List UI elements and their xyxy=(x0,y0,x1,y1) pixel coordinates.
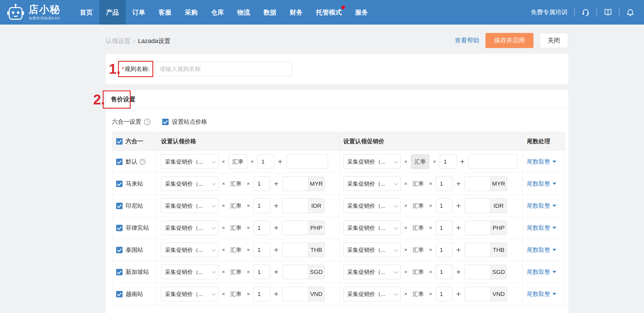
site-checkbox[interactable] xyxy=(116,247,123,253)
site-checkbox[interactable] xyxy=(116,225,123,231)
price-source-select[interactable]: 采集促销价（... xyxy=(343,154,401,169)
price-source-select-value: 采集促销价（... xyxy=(165,290,203,298)
addend-input[interactable] xyxy=(283,265,308,279)
nav-item-10[interactable]: 服务 xyxy=(348,0,375,25)
manual-book-icon[interactable] xyxy=(604,8,612,16)
price-source-select[interactable]: 采集促销价（... xyxy=(343,287,401,301)
factor-input[interactable] xyxy=(436,176,453,191)
nav-item-9[interactable]: 托管模式 xyxy=(309,0,348,25)
factor-input[interactable] xyxy=(253,243,270,257)
price-source-select[interactable]: 采集促销价（... xyxy=(343,221,401,235)
tail-rounding-dropdown[interactable]: 尾数取整 xyxy=(527,268,556,276)
site-checkbox[interactable] xyxy=(116,269,123,275)
addend-input[interactable] xyxy=(283,177,308,191)
site-price-checkbox-wrap[interactable]: 设置站点价格 xyxy=(162,118,207,126)
exchange-rate-button[interactable]: 汇率 xyxy=(229,154,247,169)
price-source-select-value: 采集促销价（... xyxy=(347,224,386,232)
addend-input[interactable] xyxy=(465,287,490,301)
addend-input[interactable] xyxy=(465,221,490,235)
tail-rounding-dropdown[interactable]: 尾数取整 xyxy=(527,202,556,210)
claim-promo-cell: 采集促销价（...×汇率×+ xyxy=(339,151,523,173)
claim-promo-cell: 采集促销价（...×汇率×+PHP xyxy=(339,217,523,239)
nav-item-1[interactable]: 产品 xyxy=(99,0,126,25)
notification-dot-badge xyxy=(341,6,345,9)
addend-input[interactable] xyxy=(465,199,490,213)
factor-input[interactable] xyxy=(253,287,270,301)
price-source-select[interactable]: 采集促销价（... xyxy=(343,243,401,257)
tail-rounding-dropdown[interactable]: 尾数取整 xyxy=(527,246,556,254)
bell-icon[interactable] xyxy=(626,8,635,16)
site-price-checkbox[interactable] xyxy=(162,119,169,125)
addend-input[interactable] xyxy=(283,221,308,235)
addend-input[interactable] xyxy=(465,177,490,191)
nav-item-5[interactable]: 仓库 xyxy=(204,0,231,25)
factor-input[interactable] xyxy=(253,221,270,235)
factor-input[interactable] xyxy=(436,199,453,213)
view-help-link[interactable]: 查看帮助 xyxy=(455,36,479,45)
rule-name-label: 规则名称: xyxy=(125,65,150,73)
save-and-enable-button[interactable]: 保存并启用 xyxy=(485,33,533,48)
price-source-select[interactable]: 采集促销价（... xyxy=(161,287,218,301)
nav-item-7[interactable]: 数据 xyxy=(257,0,283,25)
select-all-checkbox[interactable] xyxy=(116,138,123,145)
caret-down-icon xyxy=(552,205,556,207)
times-operator: × xyxy=(247,269,250,275)
factor-input[interactable] xyxy=(436,221,453,235)
table-row: 菲律宾站采集促销价（...×汇率×+PHP采集促销价（...×汇率×+PHP尾数… xyxy=(112,217,565,239)
factor-input[interactable] xyxy=(257,154,274,169)
price-source-select[interactable]: 采集促销价（... xyxy=(343,265,401,279)
nav-item-label: 采购 xyxy=(185,8,198,17)
addend-input[interactable] xyxy=(283,199,308,213)
help-circle-icon[interactable]: ? xyxy=(140,159,145,165)
site-checkbox[interactable] xyxy=(116,203,123,209)
exchange-rate-button[interactable]: 汇率 xyxy=(411,154,429,169)
factor-input[interactable] xyxy=(253,199,270,213)
price-source-select[interactable]: 采集促销价（... xyxy=(343,176,401,191)
factor-input[interactable] xyxy=(253,265,270,279)
addend-input[interactable] xyxy=(465,243,490,257)
factor-input[interactable] xyxy=(253,176,270,191)
nav-item-6[interactable]: 物流 xyxy=(231,0,257,25)
headset-icon[interactable] xyxy=(581,8,590,16)
price-source-select[interactable]: 采集促销价（... xyxy=(161,176,218,191)
exchange-rate-label: 汇率 xyxy=(411,268,425,276)
price-source-select[interactable]: 采集促销价（... xyxy=(161,243,218,257)
times-operator: × xyxy=(404,203,407,209)
nav-item-2[interactable]: 订单 xyxy=(126,0,152,25)
caret-down-icon xyxy=(552,271,556,273)
addend-input[interactable] xyxy=(465,265,490,279)
close-button[interactable]: 关闭 xyxy=(540,33,568,48)
factor-input[interactable] xyxy=(440,154,456,169)
addend-input[interactable] xyxy=(468,154,518,169)
breadcrumb-parent[interactable]: 认领设置 xyxy=(106,37,130,45)
site-checkbox[interactable] xyxy=(116,181,123,187)
currency-suffix: MYR xyxy=(308,177,324,191)
nav-item-3[interactable]: 客服 xyxy=(152,0,178,25)
site-checkbox[interactable] xyxy=(116,291,123,297)
nav-item-8[interactable]: 财务 xyxy=(283,0,309,25)
factor-input[interactable] xyxy=(436,265,453,279)
price-source-select[interactable]: 采集促销价（... xyxy=(161,154,218,169)
addend-input[interactable] xyxy=(283,287,308,301)
tail-rounding-dropdown[interactable]: 尾数取整 xyxy=(527,158,556,166)
tail-rounding-dropdown[interactable]: 尾数取整 xyxy=(527,180,556,188)
factor-input[interactable] xyxy=(436,243,453,257)
app-logo[interactable]: 店小秘 免费跨境电商ERP xyxy=(7,3,60,21)
addend-input[interactable] xyxy=(286,154,328,169)
tail-rounding-dropdown[interactable]: 尾数取整 xyxy=(527,224,556,232)
site-checkbox[interactable] xyxy=(116,159,123,165)
help-circle-icon[interactable]: ? xyxy=(144,119,150,125)
addend-input[interactable] xyxy=(283,243,308,257)
rule-name-input[interactable] xyxy=(155,62,292,76)
price-source-select[interactable]: 采集促销价（... xyxy=(161,265,218,279)
nav-item-0[interactable]: 首页 xyxy=(73,0,99,25)
factor-input[interactable] xyxy=(436,287,453,301)
price-source-select[interactable]: 采集促销价（... xyxy=(161,199,218,213)
tail-rounding-dropdown[interactable]: 尾数取整 xyxy=(527,290,556,298)
nav-item-4[interactable]: 采购 xyxy=(178,0,204,25)
price-source-select[interactable]: 采集促销价（... xyxy=(343,199,401,213)
price-source-select[interactable]: 采集促销价（... xyxy=(161,221,218,235)
times-operator: × xyxy=(429,181,432,187)
free-training-link[interactable]: 免费专属培训 xyxy=(531,8,568,16)
times-operator: × xyxy=(429,247,432,253)
